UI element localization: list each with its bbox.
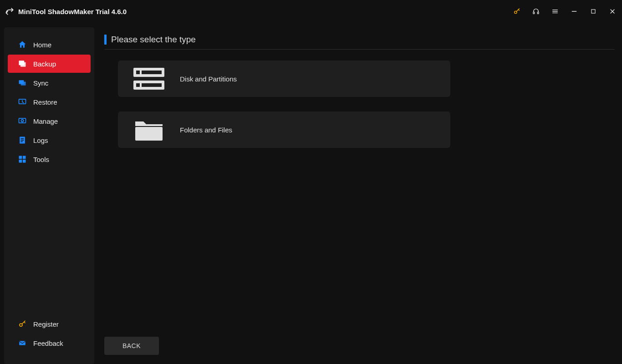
folder-icon <box>133 117 165 142</box>
sidebar-item-label: Sync <box>33 79 48 87</box>
svg-rect-21 <box>19 156 22 159</box>
sidebar-footer: Register Feedback <box>4 314 94 357</box>
svg-rect-1 <box>533 12 535 14</box>
sidebar-item-label: Logs <box>33 136 48 144</box>
close-icon[interactable] <box>608 7 617 15</box>
sidebar: Home Backup Sync Restore <box>4 27 94 364</box>
restore-icon <box>18 97 27 106</box>
shell: Home Backup Sync Restore <box>0 23 622 364</box>
svg-rect-15 <box>19 118 26 123</box>
sync-icon <box>18 78 27 87</box>
svg-rect-7 <box>591 10 595 13</box>
sidebar-item-label: Restore <box>33 98 57 106</box>
sidebar-item-backup[interactable]: Backup <box>8 55 91 73</box>
back-button[interactable]: BACK <box>104 337 159 355</box>
app-logo-icon <box>5 6 15 16</box>
page-header: Please select the type <box>104 35 615 50</box>
svg-rect-28 <box>136 71 140 74</box>
key-icon <box>18 319 27 329</box>
disk-partitions-icon <box>133 66 165 91</box>
svg-rect-2 <box>537 12 539 14</box>
sidebar-item-manage[interactable]: Manage <box>8 112 91 130</box>
svg-rect-31 <box>136 83 140 87</box>
sidebar-item-sync[interactable]: Sync <box>8 74 91 92</box>
option-label: Folders and Files <box>180 126 232 134</box>
svg-rect-24 <box>23 160 26 163</box>
svg-rect-13 <box>21 82 26 86</box>
type-options: Disk and Partitions Folders and Files <box>118 61 615 148</box>
sidebar-item-label: Feedback <box>33 339 63 347</box>
header-accent <box>104 35 107 45</box>
svg-rect-33 <box>135 127 163 141</box>
sidebar-item-tools[interactable]: Tools <box>8 150 91 168</box>
manage-icon <box>18 116 27 126</box>
sidebar-item-logs[interactable]: Logs <box>8 131 91 149</box>
svg-rect-20 <box>21 142 23 142</box>
titlebar-right <box>513 7 617 15</box>
svg-rect-22 <box>23 156 26 159</box>
headset-icon[interactable] <box>532 7 540 15</box>
maximize-icon[interactable] <box>589 7 597 15</box>
sidebar-item-label: Backup <box>33 60 56 68</box>
sidebar-item-label: Home <box>33 41 51 49</box>
sidebar-item-restore[interactable]: Restore <box>8 93 91 111</box>
svg-rect-32 <box>142 83 162 87</box>
logs-icon <box>18 136 27 145</box>
titlebar-left: MiniTool ShadowMaker Trial 4.6.0 <box>5 6 127 16</box>
sidebar-item-register[interactable]: Register <box>8 315 91 333</box>
svg-rect-11 <box>20 62 26 67</box>
option-disk-and-partitions[interactable]: Disk and Partitions <box>118 61 450 97</box>
main: Please select the type Disk and Partitio… <box>94 23 622 364</box>
mail-icon <box>18 339 27 348</box>
svg-rect-26 <box>19 341 25 345</box>
svg-rect-19 <box>21 140 24 141</box>
svg-rect-18 <box>21 138 24 139</box>
option-label: Disk and Partitions <box>180 75 237 83</box>
sidebar-item-label: Register <box>33 320 59 328</box>
sidebar-item-label: Tools <box>33 156 49 163</box>
key-icon[interactable] <box>513 7 521 15</box>
sidebar-item-home[interactable]: Home <box>8 35 91 54</box>
option-folders-and-files[interactable]: Folders and Files <box>118 111 450 148</box>
back-row: BACK <box>104 337 159 355</box>
home-icon <box>18 40 27 49</box>
sidebar-item-label: Manage <box>33 117 58 125</box>
svg-point-16 <box>21 120 24 122</box>
svg-rect-29 <box>142 71 162 74</box>
sidebar-item-feedback[interactable]: Feedback <box>8 334 91 352</box>
app-title: MiniTool ShadowMaker Trial 4.6.0 <box>18 8 127 15</box>
minimize-icon[interactable] <box>570 7 578 15</box>
sidebar-nav: Home Backup Sync Restore <box>4 35 94 314</box>
menu-icon[interactable] <box>551 7 559 15</box>
page-title: Please select the type <box>111 35 196 45</box>
backup-icon <box>18 59 27 68</box>
tools-icon <box>18 155 27 164</box>
titlebar: MiniTool ShadowMaker Trial 4.6.0 <box>0 0 622 23</box>
svg-rect-23 <box>19 160 22 163</box>
